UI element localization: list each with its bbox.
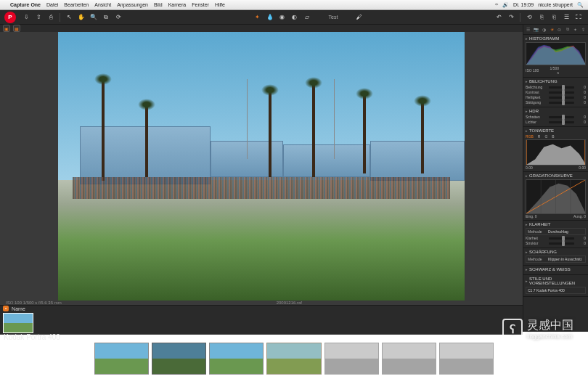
menu-image[interactable]: Bild bbox=[154, 2, 163, 7]
preset-thumb[interactable] bbox=[266, 343, 321, 375]
curve-panel: Gradationskurve Eing. 0Ausg. 0 bbox=[523, 172, 588, 221]
brightness-slider[interactable]: Helligkeit0 bbox=[526, 95, 586, 99]
menu-adjustments[interactable]: Anpassungen bbox=[117, 2, 148, 7]
thumbnail-caption: Kodak Portra 400 bbox=[4, 333, 60, 341]
main-area: ▣ ▦ ISO 100 1/500 s f/5.6 35 mm 20091216… bbox=[0, 25, 588, 332]
watermark-url: lingganchina.com bbox=[527, 333, 573, 340]
clock: Di. 19:09 bbox=[513, 2, 534, 7]
preset-thumb[interactable] bbox=[209, 343, 264, 375]
levels-title[interactable]: Tonwerte bbox=[526, 128, 586, 133]
tab-lens-icon[interactable]: ⊙ bbox=[557, 26, 563, 33]
wifi-icon[interactable]: ⌔ bbox=[495, 2, 498, 7]
thumbnail[interactable]: Kodak Portra 400 bbox=[3, 313, 33, 333]
clarity-title[interactable]: Klarheit bbox=[526, 222, 586, 226]
menu-window[interactable]: Fenster bbox=[192, 2, 209, 7]
tab-output-icon[interactable]: ⇪ bbox=[580, 26, 587, 33]
watermark-text: 灵感中国 bbox=[527, 318, 573, 333]
browser-bar: • Name bbox=[0, 305, 523, 311]
tab-detail-icon[interactable]: ✦ bbox=[572, 26, 579, 33]
preset-icon[interactable]: ☰ bbox=[561, 12, 571, 23]
print-icon[interactable]: ⎙ bbox=[46, 12, 56, 23]
tab-library-icon[interactable]: ☰ bbox=[525, 26, 531, 33]
tab-color-icon[interactable]: ◑ bbox=[541, 26, 547, 33]
expand-icon[interactable]: ⛶ bbox=[573, 12, 584, 23]
histogram-panel: Histogramm ISO 1001/500 s bbox=[523, 35, 588, 78]
pinterest-badge-icon[interactable]: P bbox=[4, 12, 16, 23]
curve-graph[interactable] bbox=[526, 179, 586, 214]
brush-icon[interactable]: 🖌 bbox=[354, 12, 364, 23]
mask-icon[interactable]: ◐ bbox=[290, 12, 300, 23]
user-name[interactable]: nicole struppert bbox=[538, 2, 573, 7]
filmstrip[interactable]: Kodak Portra 400 bbox=[0, 311, 523, 335]
tab-exposure-icon[interactable]: ☀ bbox=[549, 26, 555, 33]
levels-graph[interactable] bbox=[526, 139, 586, 165]
color-tag-icon[interactable]: • bbox=[3, 306, 9, 311]
viewer-pane: ▣ ▦ ISO 100 1/500 s f/5.6 35 mm 20091216… bbox=[0, 25, 523, 332]
viewer-tabs: ▣ ▦ bbox=[0, 25, 523, 32]
app-menu[interactable]: Capture One bbox=[10, 2, 41, 7]
menu-file[interactable]: Datei bbox=[46, 2, 58, 7]
tab-capture-icon[interactable]: 📷 bbox=[533, 26, 539, 33]
menu-view[interactable]: Ansicht bbox=[94, 2, 111, 7]
reset-icon[interactable]: ⟲ bbox=[524, 12, 534, 23]
levels-panel: Tonwerte RGBRGB 0.000.00 bbox=[523, 127, 588, 172]
curve-title[interactable]: Gradationskurve bbox=[526, 173, 586, 178]
clarity-slider[interactable]: Klarheit0 bbox=[526, 236, 586, 240]
cursor-icon[interactable]: ↖ bbox=[64, 12, 74, 23]
sort-label[interactable]: Name bbox=[12, 306, 25, 311]
wb-picker-icon[interactable]: 💧 bbox=[265, 12, 275, 23]
watermark-logo-icon: ʕ bbox=[502, 319, 523, 339]
menu-edit[interactable]: Bearbeiten bbox=[64, 2, 89, 7]
exposure-panel: Belichtung Belichtung0 Kontrast0 Helligk… bbox=[523, 78, 588, 107]
preset-thumb[interactable] bbox=[382, 343, 436, 375]
image-viewer[interactable] bbox=[0, 32, 523, 301]
bw-title[interactable]: Schwarz & Weiss bbox=[526, 267, 586, 271]
crop-icon[interactable]: ⧉ bbox=[101, 12, 111, 23]
saturation-slider[interactable]: Sättigung0 bbox=[526, 100, 586, 105]
preset-thumb[interactable] bbox=[439, 343, 494, 375]
style-preset[interactable]: C1.7 Kodak Portra 400 bbox=[526, 287, 586, 294]
tab-crop-icon[interactable]: ⧉ bbox=[564, 26, 571, 33]
rotate-icon[interactable]: ⟳ bbox=[113, 12, 123, 23]
sharpening-method[interactable]: MethodeKlippen in Ausschnitt bbox=[526, 256, 586, 263]
spot-icon[interactable]: ◉ bbox=[277, 12, 287, 23]
zoom-icon[interactable]: 🔍 bbox=[89, 12, 99, 23]
styles-title[interactable]: Stile und Voreinstellungen bbox=[526, 277, 586, 285]
menu-help[interactable]: Hilfe bbox=[215, 2, 225, 7]
shadows-slider[interactable]: Schatten0 bbox=[526, 115, 586, 119]
redo-icon[interactable]: ↷ bbox=[506, 12, 516, 23]
export-icon[interactable]: ⇧ bbox=[33, 12, 44, 23]
clarity-panel: Klarheit MethodeDurchschlag Klarheit0 St… bbox=[523, 221, 588, 248]
contrast-slider[interactable]: Kontrast0 bbox=[526, 90, 586, 94]
hdr-panel: HDR Schatten0 Lichter0 bbox=[523, 107, 588, 127]
preset-thumb[interactable] bbox=[94, 343, 149, 375]
preset-thumb[interactable] bbox=[324, 343, 379, 375]
sharpening-panel: Schärfung MethodeKlippen in Ausschnitt bbox=[523, 248, 588, 266]
exposure-title[interactable]: Belichtung bbox=[526, 79, 586, 83]
view-mode-2-icon[interactable]: ▦ bbox=[13, 25, 20, 32]
import-icon[interactable]: ⇩ bbox=[21, 12, 31, 23]
menu-camera[interactable]: Kamera bbox=[168, 2, 187, 7]
histogram-title[interactable]: Histogramm bbox=[526, 36, 586, 41]
sharpening-title[interactable]: Schärfung bbox=[526, 250, 586, 254]
clarity-method[interactable]: MethodeDurchschlag bbox=[526, 228, 586, 235]
tool-tabs: ☰ 📷 ◑ ☀ ⊙ ⧉ ✦ ⇪ bbox=[523, 25, 588, 35]
hdr-title[interactable]: HDR bbox=[526, 109, 586, 113]
main-toolbar: P ⇩ ⇧ ⎙ ↖ ✋ 🔍 ⧉ ⟳ ✦ 💧 ◉ ◐ ▱ Test 🖌 ↶ ↷ ⟲… bbox=[0, 10, 588, 25]
exposure-slider[interactable]: Belichtung0 bbox=[526, 85, 586, 89]
structure-slider[interactable]: Struktur0 bbox=[526, 241, 586, 245]
keystone-icon[interactable]: ▱ bbox=[302, 12, 312, 23]
preset-thumb[interactable] bbox=[152, 343, 206, 375]
volume-icon[interactable]: 🔊 bbox=[502, 2, 509, 8]
paste-adjust-icon[interactable]: ⎗ bbox=[549, 12, 559, 23]
preview-image bbox=[58, 32, 465, 301]
pick-tool-icon[interactable]: ✦ bbox=[253, 12, 263, 23]
view-mode-1-icon[interactable]: ▣ bbox=[3, 25, 10, 32]
preset-preview-strip bbox=[94, 341, 494, 376]
hand-icon[interactable]: ✋ bbox=[76, 12, 86, 23]
highlights-slider[interactable]: Lichter0 bbox=[526, 120, 586, 124]
undo-icon[interactable]: ↶ bbox=[494, 12, 504, 23]
watermark: ʕ 灵感中国 lingganchina.com bbox=[502, 318, 573, 340]
copy-adjust-icon[interactable]: ⎘ bbox=[536, 12, 547, 23]
spotlight-icon[interactable]: 🔍 bbox=[577, 2, 584, 8]
